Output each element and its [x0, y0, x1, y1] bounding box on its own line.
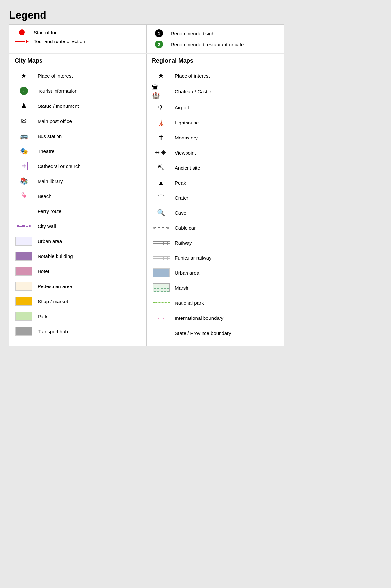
legend-page: Legend Start of tour Tour and route dire… — [5, 5, 288, 350]
cathedral-church-label: Cathedral or church — [38, 163, 141, 169]
city-wall-symbol — [17, 225, 31, 227]
main-post-office-icon: ✉ — [15, 117, 33, 125]
ib-dot — [158, 318, 159, 318]
state-province-boundary-label: State / Province boundary — [175, 330, 278, 336]
urban-area-city-label: Urban area — [38, 238, 141, 244]
ferry-dashed-symbol — [15, 211, 32, 211]
urban-area-city-icon — [15, 237, 33, 246]
urban-area-regional-icon — [152, 268, 170, 277]
star-symbol: ★ — [21, 72, 27, 80]
cable-car-symbol — [153, 227, 169, 229]
national-park-label: National park — [175, 300, 278, 306]
main-library-label: Main library — [38, 178, 141, 184]
beach-label: Beach — [38, 193, 141, 199]
cave-label: Cave — [175, 210, 278, 216]
cathedral-church-icon: ✛ — [15, 162, 33, 170]
start-tour-label: Start of tour — [34, 30, 59, 35]
cw-segment — [26, 226, 28, 227]
list-item: ⌒ Crater — [152, 190, 278, 205]
list-item: Ferry route — [15, 204, 141, 219]
funicular-ties — [153, 256, 170, 260]
urban-area-regional-label: Urban area — [175, 270, 278, 276]
transport-swatch-symbol — [15, 327, 32, 336]
list-item: ★ Place of interest — [15, 68, 141, 83]
main-post-office-label: Main post office — [38, 118, 141, 124]
shop-market-icon — [15, 297, 33, 306]
theatre-label: Theatre — [38, 148, 141, 154]
ferry-route-label: Ferry route — [38, 208, 141, 214]
bus-station-label: Bus station — [38, 133, 141, 139]
list-item: Cable car — [152, 220, 278, 235]
list-item: 🔍 Cave — [152, 205, 278, 220]
info-circle-symbol: i — [20, 87, 28, 95]
list-item: ♟ Statue / monument — [15, 98, 141, 113]
cw-rect — [22, 225, 25, 227]
bus-symbol: 🚌 — [20, 132, 28, 140]
list-item: ★ Place of interest — [152, 68, 278, 83]
city-wall-label: City wall — [38, 223, 141, 229]
list-item: Transport hub — [15, 324, 141, 339]
funicular-railway-label: Funicular railway — [175, 255, 278, 261]
funicular-symbol — [153, 256, 170, 260]
theatre-icon: 🎭 — [15, 147, 33, 155]
num-1-symbol: 1 — [155, 29, 163, 37]
statue-monument-label: Statue / monument — [38, 103, 141, 109]
place-of-interest-regional-label: Place of interest — [175, 73, 278, 79]
list-item: ✛ Cathedral or church — [15, 158, 141, 173]
lighthouse-label: Lighthouse — [175, 120, 278, 125]
cw-dot — [17, 225, 19, 227]
crater-icon: ⌒ — [152, 193, 170, 202]
urban-swatch-symbol — [15, 237, 32, 246]
place-of-interest-city-icon: ★ — [15, 72, 33, 80]
start-tour-icon — [15, 29, 28, 35]
international-boundary-icon — [152, 318, 170, 318]
intl-boundary-symbol — [154, 318, 168, 318]
masks-symbol: 🎭 — [20, 147, 28, 155]
recommended-sight-item: 1 Recommended sight — [153, 29, 278, 37]
church-cross-symbol: ✛ — [20, 162, 28, 170]
regional-urban-swatch-symbol — [153, 268, 170, 277]
regional-maps-column: Regional Maps ★ Place of interest 🏛 🏰 Ch… — [147, 54, 284, 346]
transport-hub-label: Transport hub — [38, 329, 141, 334]
funicular-railway-icon — [152, 256, 170, 260]
route-direction-icon — [15, 40, 28, 43]
railway-symbol — [153, 241, 170, 245]
cc-dot-left — [153, 227, 155, 229]
cross-symbol: ✝ — [158, 133, 164, 142]
pedestrian-area-label: Pedestrian area — [38, 284, 141, 289]
tour-legend: Start of tour Tour and route direction — [9, 25, 147, 53]
star-symbol: ★ — [158, 72, 164, 80]
lighthouse-symbol: 🗼 — [157, 119, 165, 126]
place-of-interest-regional-icon: ★ — [152, 72, 170, 80]
city-maps-column: City Maps ★ Place of interest i Tourist … — [9, 54, 147, 346]
route-direction-item: Tour and route direction — [15, 39, 140, 44]
recommended-restaurant-item: 2 Recommended restaurant or café — [153, 41, 278, 48]
shop-market-label: Shop / market — [38, 299, 141, 304]
ancient-symbol: ⛏ — [158, 164, 164, 172]
ib-dash — [165, 318, 168, 318]
list-item: ✉ Main post office — [15, 113, 141, 128]
peak-symbol: ▲ — [158, 179, 164, 187]
pawn-symbol: ♟ — [21, 102, 27, 110]
ancient-site-label: Ancient site — [175, 165, 278, 171]
list-item: i Tourist information — [15, 83, 141, 98]
recommended-restaurant-icon: 2 — [153, 41, 166, 48]
railway-ties — [153, 241, 170, 245]
start-tour-item: Start of tour — [15, 29, 140, 35]
list-item: Park — [15, 309, 141, 324]
cw-segment — [19, 226, 22, 227]
list-item: International boundary — [152, 310, 278, 325]
tie — [155, 241, 155, 245]
list-item: 🗼 Lighthouse — [152, 115, 278, 130]
park-label: Park — [38, 314, 141, 319]
beach-icon: 🦩 — [15, 192, 33, 200]
svg-rect-0 — [153, 284, 170, 292]
international-boundary-label: International boundary — [175, 315, 278, 321]
marsh-icon — [152, 283, 170, 292]
cave-symbol: 🔍 — [157, 209, 165, 217]
ftie — [159, 256, 159, 260]
red-dot-symbol — [19, 29, 25, 35]
cave-icon: 🔍 — [152, 209, 170, 217]
list-item: ▲ Peak — [152, 175, 278, 190]
statue-monument-icon: ♟ — [15, 102, 33, 110]
